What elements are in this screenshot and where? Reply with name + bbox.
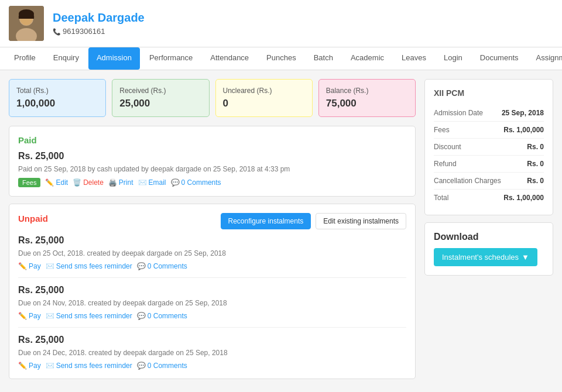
user-info: Deepak Dargade 9619306161 bbox=[53, 11, 145, 36]
reconfigure-button[interactable]: Reconfigure instalments bbox=[221, 213, 311, 229]
schedule-button[interactable]: Instalment's schedules ▼ bbox=[434, 248, 537, 266]
print-link[interactable]: Print bbox=[108, 178, 133, 187]
divider-2 bbox=[18, 327, 406, 328]
balance-card: Balance (Rs.) 75,000 bbox=[318, 79, 416, 117]
sms-link-3[interactable]: Send sms fees reminder bbox=[46, 362, 132, 370]
edit-icon bbox=[45, 178, 54, 187]
paid-comments-link[interactable]: 0 Comments bbox=[171, 178, 221, 187]
download-card: Download Instalment's schedules ▼ bbox=[424, 222, 553, 276]
edit-instalments-button[interactable]: Edit existing instalments bbox=[316, 213, 406, 229]
unpaid-due-2: Due on 24 Nov, 2018. created by deepak d… bbox=[18, 299, 406, 307]
total-row-value: Rs. 1,00,000 bbox=[503, 194, 544, 202]
sms-link-2[interactable]: Send sms fees reminder bbox=[46, 312, 132, 320]
unpaid-item-3: Rs. 25,000 Due on 24 Dec, 2018. created … bbox=[18, 335, 406, 370]
delete-icon bbox=[73, 178, 81, 187]
paid-title: Paid bbox=[18, 135, 406, 145]
nav-attendance[interactable]: Attendance bbox=[202, 47, 257, 70]
delete-link[interactable]: Delete bbox=[73, 178, 104, 187]
download-title: Download bbox=[434, 232, 544, 242]
comment-icon-1 bbox=[137, 262, 146, 270]
paid-section: Paid Rs. 25,000 Paid on 25 Sep, 2018 by … bbox=[9, 126, 416, 197]
cancellation-row: Cancellation Charges Rs. 0 bbox=[434, 173, 544, 190]
page-header: Deepak Dargade 9619306161 bbox=[0, 0, 562, 47]
email-link[interactable]: Email bbox=[138, 178, 166, 187]
discount-row: Discount Rs. 0 bbox=[434, 139, 544, 156]
unpaid-buttons: Reconfigure instalments Edit existing in… bbox=[221, 213, 406, 229]
unpaid-actions-2: Pay Send sms fees reminder 0 Comments bbox=[18, 312, 406, 320]
comment-icon bbox=[171, 178, 180, 187]
batch-info-card: XII PCM Admission Date 25 Sep, 2018 Fees… bbox=[424, 79, 553, 215]
sms-icon-1 bbox=[46, 262, 54, 270]
comments-link-3[interactable]: 0 Comments bbox=[137, 362, 187, 370]
comments-link-1[interactable]: 0 Comments bbox=[137, 262, 187, 270]
nav-admission[interactable]: Admission bbox=[88, 47, 140, 70]
divider-1 bbox=[18, 277, 406, 278]
left-panel: Total (Rs.) 1,00,000 Received (Rs.) 25,0… bbox=[9, 79, 416, 386]
comments-link-2[interactable]: 0 Comments bbox=[137, 312, 187, 320]
nav-documents[interactable]: Documents bbox=[472, 47, 527, 70]
sms-link-1[interactable]: Send sms fees reminder bbox=[46, 262, 132, 270]
pay-link-1[interactable]: Pay bbox=[18, 262, 41, 270]
nav-punches[interactable]: Punches bbox=[258, 47, 304, 70]
pay-icon-3 bbox=[18, 362, 27, 370]
cancellation-value: Rs. 0 bbox=[527, 177, 544, 185]
total-card: Total (Rs.) 1,00,000 bbox=[9, 79, 106, 117]
summary-cards: Total (Rs.) 1,00,000 Received (Rs.) 25,0… bbox=[9, 79, 416, 117]
total-value: 1,00,000 bbox=[16, 98, 98, 109]
discount-value: Rs. 0 bbox=[527, 143, 544, 151]
discount-label: Discount bbox=[434, 143, 461, 151]
nav-performance[interactable]: Performance bbox=[141, 47, 201, 70]
uncleared-label: Uncleared (Rs.) bbox=[223, 87, 305, 95]
pay-link-3[interactable]: Pay bbox=[18, 362, 41, 370]
user-name: Deepak Dargade bbox=[53, 11, 145, 25]
refund-label: Refund bbox=[434, 160, 457, 168]
paid-meta: Paid on 25 Sep, 2018 by cash updated by … bbox=[18, 165, 406, 173]
refund-value: Rs. 0 bbox=[527, 160, 544, 168]
balance-value: 75,000 bbox=[326, 98, 408, 109]
right-panel: XII PCM Admission Date 25 Sep, 2018 Fees… bbox=[424, 79, 553, 386]
admission-date-row: Admission Date 25 Sep, 2018 bbox=[434, 105, 544, 122]
admission-date-value: 25 Sep, 2018 bbox=[502, 109, 544, 117]
edit-link[interactable]: Edit bbox=[45, 178, 68, 187]
sms-icon-3 bbox=[46, 362, 54, 370]
received-value: 25,000 bbox=[119, 98, 201, 109]
nav-profile[interactable]: Profile bbox=[6, 47, 44, 70]
avatar bbox=[9, 6, 44, 41]
unpaid-amount-1: Rs. 25,000 bbox=[18, 235, 406, 246]
nav-leaves[interactable]: Leaves bbox=[393, 47, 434, 70]
unpaid-header: Unpaid Reconfigure instalments Edit exis… bbox=[18, 213, 406, 229]
uncleared-value: 0 bbox=[223, 98, 305, 109]
unpaid-amount-3: Rs. 25,000 bbox=[18, 335, 406, 345]
paid-actions: Fees Edit Delete Print Email bbox=[18, 178, 406, 187]
total-label: Total (Rs.) bbox=[16, 87, 98, 95]
unpaid-title: Unpaid bbox=[18, 214, 48, 223]
refund-row: Refund Rs. 0 bbox=[434, 156, 544, 173]
main-content: Total (Rs.) 1,00,000 Received (Rs.) 25,0… bbox=[0, 70, 562, 392]
pay-icon-1 bbox=[18, 262, 27, 270]
nav-enquiry[interactable]: Enquiry bbox=[45, 47, 87, 70]
paid-amount: Rs. 25,000 bbox=[18, 151, 406, 161]
nav-batch[interactable]: Batch bbox=[306, 47, 341, 70]
cancellation-label: Cancellation Charges bbox=[434, 177, 501, 185]
nav-academic[interactable]: Academic bbox=[342, 47, 392, 70]
total-row: Total Rs. 1,00,000 bbox=[434, 190, 544, 206]
fees-row-value: Rs. 1,00,000 bbox=[503, 126, 544, 134]
received-label: Received (Rs.) bbox=[119, 87, 201, 95]
pay-link-2[interactable]: Pay bbox=[18, 312, 41, 320]
print-icon bbox=[108, 178, 117, 187]
nav-assignments[interactable]: Assignments bbox=[528, 47, 562, 70]
balance-label: Balance (Rs.) bbox=[326, 87, 408, 95]
nav-login[interactable]: Login bbox=[436, 47, 471, 70]
sms-icon-2 bbox=[46, 312, 54, 320]
received-card: Received (Rs.) 25,000 bbox=[112, 79, 209, 117]
unpaid-actions-3: Pay Send sms fees reminder 0 Comments bbox=[18, 362, 406, 370]
unpaid-section: Unpaid Reconfigure instalments Edit exis… bbox=[9, 204, 416, 379]
navigation: Profile Enquiry Admission Performance At… bbox=[0, 47, 562, 70]
comment-icon-2 bbox=[137, 312, 146, 320]
chevron-down-icon: ▼ bbox=[522, 253, 529, 262]
unpaid-actions-1: Pay Send sms fees reminder 0 Comments bbox=[18, 262, 406, 270]
fees-badge: Fees bbox=[18, 178, 40, 187]
unpaid-item-1: Rs. 25,000 Due on 25 Oct, 2018. created … bbox=[18, 235, 406, 270]
admission-date-label: Admission Date bbox=[434, 109, 483, 117]
email-icon bbox=[138, 178, 147, 187]
